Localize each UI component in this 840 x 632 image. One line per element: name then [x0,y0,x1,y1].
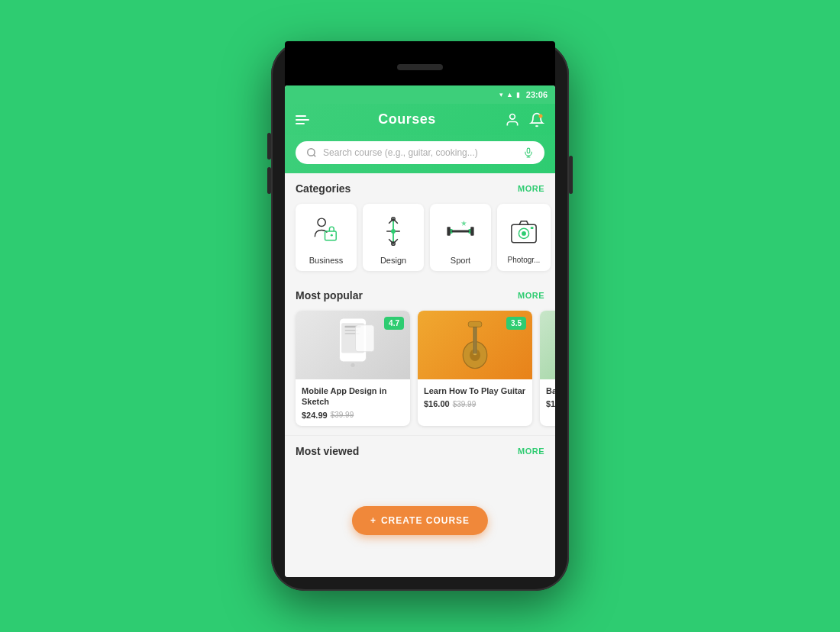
course-third-price: $10 [546,399,555,408]
menu-icon[interactable] [296,115,309,124]
header-title: Courses [378,111,436,127]
profile-icon[interactable] [505,112,520,127]
photography-label: Photogr... [508,256,541,264]
fab-plus-icon: + [370,515,376,526]
popular-more-link[interactable]: MORE [518,291,544,300]
course-mobile-app-title: Mobile App Design in Sketch [302,385,404,408]
most-viewed-title: Most viewed [296,445,359,457]
header-action-icons [505,112,544,127]
svg-rect-19 [451,231,469,233]
svg-rect-34 [468,321,482,327]
search-placeholder-text: Search course (e.g., guitar, cooking...) [323,147,517,158]
sport-category-icon [442,213,479,250]
svg-rect-16 [447,227,450,236]
categories-title: Categories [296,182,351,195]
phone-mockup: ▾ ▲ ▮ 23:06 Courses [271,41,569,591]
course-guitar-thumb: 3.5 [418,311,532,379]
search-icon [306,147,317,158]
status-time: 23:06 [526,90,548,99]
popular-courses-row: 4.7 Mobile App Design in Sketch $24.99 $… [285,308,555,435]
rating-badge-guitar: 3.5 [506,317,526,330]
most-viewed-more-link[interactable]: MORE [518,447,544,456]
business-label: Business [309,256,344,265]
rating-badge-mobile-app: 4.7 [384,317,404,330]
categories-section-header: Categories MORE [285,173,555,201]
category-design[interactable]: Design [363,204,424,271]
search-container: Search course (e.g., guitar, cooking...) [285,135,555,173]
popular-section-header: Most popular MORE [285,280,555,308]
svg-point-0 [510,114,515,119]
wifi-icon: ▾ [499,91,503,98]
volume-up-button [267,133,271,160]
app-header: Courses [285,104,555,135]
course-mobile-app-price: $24.99 [302,411,328,420]
course-mobile-app[interactable]: 4.7 Mobile App Design in Sketch $24.99 $… [296,311,410,426]
category-business[interactable]: Business [296,204,357,271]
course-third-prices: $10 [546,399,555,408]
menu-line-3 [296,123,305,124]
svg-rect-4 [527,148,530,153]
design-label: Design [380,256,406,265]
most-viewed-section: Most viewed MORE [285,435,555,463]
course-guitar-info: Learn How To Play Guitar $16.00 $39.99 [418,379,532,414]
course-mobile-app-thumb: 4.7 [296,311,410,379]
most-viewed-header: Most viewed MORE [285,436,555,463]
power-button [569,156,573,194]
most-popular-section: Most popular MORE [285,280,555,435]
course-guitar-prices: $16.00 $39.99 [424,399,526,408]
category-photography[interactable]: Photogr... [497,204,551,271]
thumb-bg-third [540,311,555,379]
svg-point-29 [351,363,354,367]
phone-screen: ▾ ▲ ▮ 23:06 Courses [285,85,555,577]
course-mobile-app-info: Mobile App Design in Sketch $24.99 $39.9… [296,379,410,426]
battery-icon: ▮ [516,91,520,98]
course-guitar-old-price: $39.99 [453,400,477,408]
category-sport[interactable]: Sport [430,204,491,271]
course-guitar-title: Learn How To Play Guitar [424,385,526,396]
course-third-title: Ba... [546,385,555,396]
svg-point-12 [391,229,396,234]
categories-row: Business [285,201,555,280]
svg-point-7 [318,218,325,226]
categories-more-link[interactable]: MORE [518,184,544,193]
search-bar[interactable]: Search course (e.g., guitar, cooking...) [296,141,544,164]
menu-line-1 [296,115,306,117]
course-third-info: Ba... $10 [540,379,555,414]
photography-category-icon [506,213,542,250]
menu-line-2 [296,119,309,121]
status-bar: ▾ ▲ ▮ 23:06 [285,85,555,104]
microphone-icon[interactable] [523,147,534,158]
create-course-button[interactable]: + CREATE COURSE [352,506,488,535]
svg-point-9 [331,234,333,237]
design-category-icon [375,213,412,250]
svg-rect-23 [531,227,534,229]
course-mobile-app-prices: $24.99 $39.99 [302,411,404,420]
notifications-icon[interactable] [529,112,544,127]
volume-down-button [267,167,271,194]
svg-rect-18 [470,227,473,236]
fab-label: CREATE COURSE [381,515,470,526]
svg-line-3 [314,155,316,157]
svg-rect-30 [356,325,375,352]
svg-point-22 [522,231,526,236]
course-third-thumb [540,311,555,379]
business-category-icon [308,213,344,250]
fab-container: + CREATE COURSE [352,506,488,535]
svg-point-2 [308,149,315,156]
phone-speaker [397,64,443,70]
signal-icon: ▲ [506,91,513,98]
svg-point-1 [539,114,543,118]
course-mobile-app-old-price: $39.99 [331,411,354,419]
course-third[interactable]: Ba... $10 [540,311,555,426]
popular-title: Most popular [296,289,363,301]
phone-notch [285,41,555,85]
course-guitar-price: $16.00 [424,399,450,408]
sport-label: Sport [451,256,470,265]
course-guitar[interactable]: 3.5 Learn How To Play Guitar $16.00 $39.… [418,311,532,426]
